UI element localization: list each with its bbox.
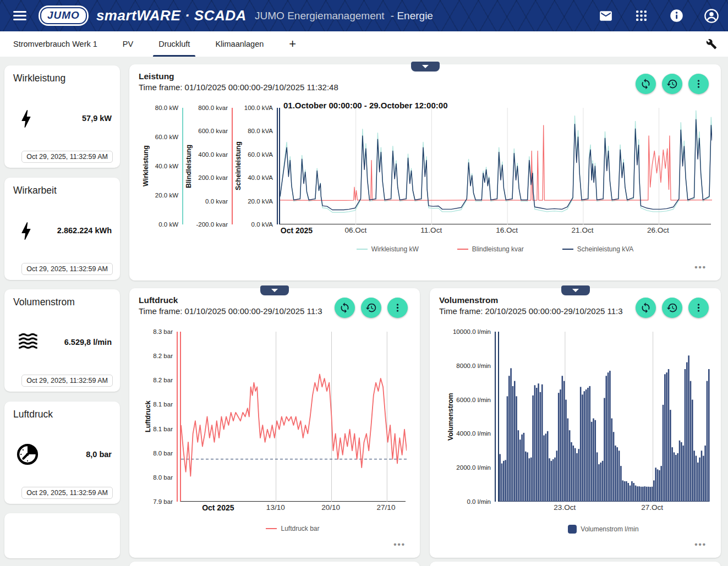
ellipsis-icon[interactable]: •••	[694, 540, 707, 549]
axis-title: Wirkleistung	[141, 108, 150, 224]
kpi-timestamp: Oct 29, 2025, 11:32:59 AM	[21, 263, 113, 275]
x-axis-labels: Oct 202513/1020/1027/10	[181, 503, 406, 514]
x-tick-label: 26.Oct	[647, 226, 669, 234]
info-icon[interactable]	[669, 8, 684, 24]
kpi-value: 2.862.224 kWh	[57, 226, 112, 235]
tab-klimaanlagen[interactable]: Klimaanlagen	[215, 31, 264, 57]
axis-tick-label: 0.0 kW	[158, 221, 178, 228]
legend-swatch	[266, 528, 277, 529]
axis-ticks: 80.0 kW60.0 kW40.0 kW20.0 kW0.0 kW	[150, 108, 182, 224]
legend-item[interactable]: Luftdruck bar	[266, 525, 319, 532]
axis-tick-label: 8000.0 l/min	[456, 362, 491, 369]
chart-timeframe: Time frame: 20/10/2025 00:00:00-29/10/20…	[439, 306, 623, 316]
wrench-icon[interactable]	[706, 39, 717, 50]
page-title-sub: - Energie	[391, 10, 433, 21]
axis-tick-label: 0.0 l/min	[467, 498, 491, 505]
leistung-chart-card: Leistung Time frame: 01/10/2025 00:00:00…	[129, 64, 721, 281]
legend-item[interactable]: Blindleistung kvar	[457, 245, 524, 253]
legend-swatch	[357, 249, 368, 250]
luftdruck-chart-card: Luftdruck Time frame: 01/10/2025 00:00:0…	[129, 288, 420, 558]
collapse-chevron-button[interactable]	[260, 285, 289, 295]
x-tick-label: Oct 2025	[281, 226, 313, 235]
gauge-icon	[15, 442, 40, 469]
menu-icon[interactable]	[13, 11, 26, 20]
dashboard-tabs: Stromverbrauch Werk 1PVDruckluftKlimaanl…	[0, 31, 728, 57]
app-header: JUMO smartWARE · SCADA JUMO Energiemanag…	[0, 0, 728, 31]
sync-button[interactable]	[636, 298, 656, 318]
kebab-menu-button[interactable]	[387, 298, 408, 318]
axis-tick-label: 8.3 bar	[153, 328, 173, 335]
axis-tick-label: 8.1 bar	[153, 401, 173, 408]
tab--[interactable]: +	[289, 31, 296, 57]
axis-tick-label: 0.0 kvar	[205, 198, 228, 205]
legend-item[interactable]: Scheinleistung kVA	[562, 245, 634, 253]
page-title: JUMO Energiemanagement - Energie	[255, 10, 433, 22]
collapse-chevron-button[interactable]	[411, 62, 440, 72]
kpi-title: Volumenstrom	[13, 296, 75, 308]
apps-grid-icon[interactable]	[633, 8, 649, 24]
sync-button[interactable]	[335, 298, 355, 318]
account-icon[interactable]	[704, 8, 719, 24]
next-row-card-stub	[129, 562, 420, 566]
y-axis-scheinleistung: Scheinleistung100.0 kVA80.0 kVA60.0 kVA4…	[234, 108, 278, 224]
chart-legend: Volumenstrom l/min	[498, 525, 709, 534]
x-axis-labels: 23.Oct27.Oct	[499, 503, 709, 514]
chart-title: Leistung	[139, 72, 174, 81]
volumenstrom-chart-card: Volumenstrom Time frame: 20/10/2025 00:0…	[430, 288, 721, 558]
x-tick-label: 06.Oct	[344, 226, 366, 234]
kpi-value: 8,0 bar	[86, 450, 112, 459]
kpi-title: Luftdruck	[13, 409, 53, 420]
legend-swatch	[568, 525, 577, 534]
axis-tick-label: 40.0 kW	[155, 163, 178, 169]
legend-item[interactable]: Wirkleistung kW	[357, 245, 419, 253]
axis-line	[177, 332, 178, 502]
legend-item[interactable]: Volumenstrom l/min	[568, 525, 638, 534]
legend-label: Scheinleistung kVA	[577, 245, 634, 253]
history-button[interactable]	[361, 298, 381, 318]
chart-legend: Wirkleistung kWBlindleistung kvarScheinl…	[279, 245, 711, 253]
axis-title: Blindleistung	[184, 108, 193, 224]
x-tick-label: 21.Oct	[572, 226, 594, 234]
sync-button[interactable]	[636, 74, 656, 94]
chevron-down-icon	[422, 65, 429, 68]
tab-pv[interactable]: PV	[123, 31, 133, 57]
ellipsis-icon[interactable]: •••	[393, 540, 406, 549]
history-button[interactable]	[662, 298, 682, 318]
axis-tick-label: 800.0 kvar	[198, 105, 228, 111]
axis-title: Volumenstrom	[446, 332, 455, 502]
chart-title: Luftdruck	[139, 295, 178, 305]
legend-label: Luftdruck bar	[281, 525, 319, 532]
brand-title: smartWARE · SCADA	[96, 7, 247, 24]
collapse-chevron-button[interactable]	[561, 285, 590, 295]
tab-stromverbrauch-werk-1[interactable]: Stromverbrauch Werk 1	[13, 31, 97, 57]
chart-timeframe: Time frame: 01/10/2025 00:00:00-29/10/20…	[139, 83, 338, 92]
y-axis-blindleistung: Blindleistung800.0 kvar600.0 kvar400.0 k…	[184, 108, 233, 224]
ellipsis-icon[interactable]: •••	[694, 262, 707, 272]
bolt-icon	[15, 106, 36, 134]
page-title-main: JUMO Energiemanagement	[255, 10, 385, 21]
chevron-down-icon	[572, 289, 579, 292]
mail-icon[interactable]	[598, 8, 614, 24]
y-axis-luftdruck: Luftdruck8.3 bar8.2 bar8.2 bar8.1 bar8.1…	[144, 332, 178, 502]
axis-line	[182, 108, 183, 224]
axis-tick-label: 60.0 kVA	[248, 151, 273, 158]
legend-label: Volumenstrom l/min	[581, 525, 638, 533]
axis-tick-label: 2000.0 l/min	[456, 464, 491, 471]
kebab-menu-button[interactable]	[688, 74, 709, 94]
next-row-card-stub	[430, 562, 721, 566]
axis-tick-label: 8.0 bar	[153, 474, 173, 481]
history-button[interactable]	[662, 74, 682, 94]
x-tick-label: 27/10	[377, 503, 396, 512]
kebab-menu-button[interactable]	[688, 298, 709, 318]
kpi-value: 6.529,8 l/min	[64, 338, 112, 347]
tab-druckluft[interactable]: Druckluft	[158, 31, 190, 57]
legend-label: Blindleistung kvar	[472, 245, 524, 253]
x-tick-label: 13/10	[266, 503, 285, 512]
plot-inner-title: 01.October 00:00:00 - 29.October 12:00:0…	[283, 101, 447, 110]
axis-title: Luftdruck	[144, 332, 152, 502]
axis-line	[495, 332, 496, 502]
x-tick-label: 20/10	[321, 503, 340, 512]
axis-tick-label: 7.9 bar	[153, 498, 173, 505]
legend-label: Wirkleistung kW	[371, 245, 419, 253]
leistung-plot-area: 01.October 00:00:00 - 29.October 12:00:0…	[279, 108, 711, 224]
